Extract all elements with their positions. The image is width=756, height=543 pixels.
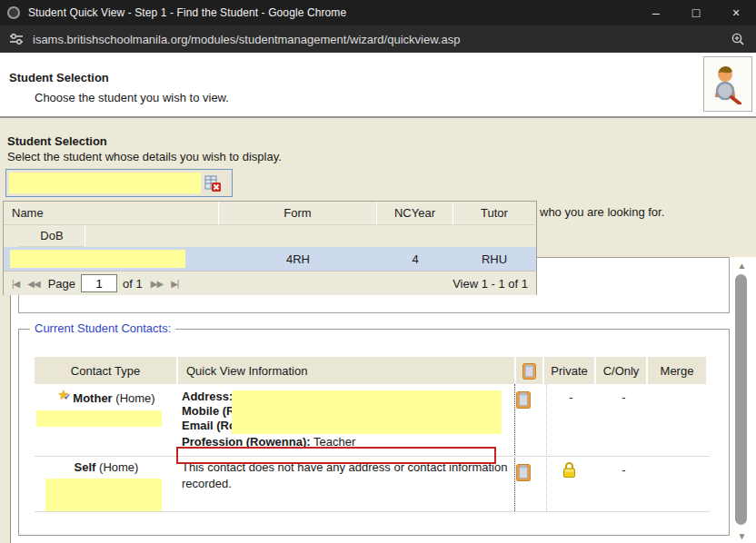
- pager-next-icon[interactable]: ▶▶: [151, 279, 163, 289]
- close-button[interactable]: ×: [716, 0, 756, 25]
- popup-header-row: Name Form NCYear Tutor: [4, 202, 536, 225]
- qv-address-label: Address:: [182, 390, 233, 404]
- copy-contact-icon[interactable]: [516, 390, 531, 411]
- col-ncyear[interactable]: NCYear: [377, 202, 453, 225]
- minimize-button[interactable]: –: [636, 0, 676, 25]
- selection-subtitle: Select the student whose details you wis…: [7, 150, 282, 163]
- contacts-legend: Current Student Contacts:: [30, 321, 175, 335]
- student-search-icon: [710, 61, 746, 107]
- pager-page-input[interactable]: [81, 274, 117, 292]
- scrollbar-down-icon[interactable]: ▼: [735, 531, 749, 542]
- window-title: Student Quick View - Step 1 - Find the S…: [28, 6, 636, 19]
- student-result-row[interactable]: 4RH 4 RHU: [4, 247, 536, 271]
- clipboard-icon: [522, 362, 536, 380]
- result-ncyear-cell: 4: [377, 252, 453, 266]
- selection-title: Student Selection: [7, 134, 107, 148]
- qv-email-label: Email (Ro: [182, 419, 236, 433]
- pager-view-count: View 1 - 1 of 1: [453, 277, 528, 291]
- result-name-cell: [4, 247, 219, 271]
- url-text[interactable]: isams.britishschoolmanila.org/modules/st…: [33, 33, 720, 46]
- wizard-icon-box: [703, 56, 752, 112]
- pager-of-label: of 1: [123, 277, 143, 291]
- browser-window: Student Quick View - Step 1 - Find the S…: [0, 0, 756, 543]
- student-search-field[interactable]: [5, 169, 233, 197]
- conly-value-mother: -: [598, 390, 650, 404]
- col-contact-type[interactable]: Contact Type: [35, 357, 178, 384]
- contact-name-redaction: [45, 479, 162, 511]
- row-divider: [35, 511, 710, 512]
- col-conly[interactable]: C/Only: [596, 357, 648, 384]
- copy-contact-icon[interactable]: [516, 463, 531, 484]
- window-titlebar: Student Quick View - Step 1 - Find the S…: [0, 0, 756, 25]
- no-contact-info-message: This contact does not have any address o…: [182, 459, 520, 492]
- wizard-header: Student Selection Choose the student you…: [0, 53, 756, 118]
- pager-prev-icon[interactable]: ◀◀: [27, 279, 39, 289]
- primary-contact-star-icon: ★ ✓: [57, 390, 73, 404]
- col-tutor[interactable]: Tutor: [453, 202, 535, 225]
- zoom-in-icon[interactable]: [731, 32, 745, 46]
- red-highlight-box: [176, 447, 496, 464]
- maximize-button[interactable]: □: [676, 0, 716, 25]
- background-hint-text: who you are looking for.: [540, 205, 664, 219]
- pager-page-label: Page: [48, 277, 75, 291]
- contact-type-mother: ★ ✓ Mother (Home): [35, 390, 178, 405]
- private-lock-icon: [562, 461, 577, 481]
- site-settings-icon[interactable]: [9, 32, 24, 46]
- student-results-popup: Name Form NCYear Tutor DoB 4RH 4 RHU |◀ …: [3, 201, 537, 295]
- contact-name-redaction: [36, 410, 162, 427]
- result-form-cell: 4RH: [219, 252, 377, 266]
- conly-value-self: -: [598, 463, 650, 477]
- quick-view-redaction: [232, 390, 502, 434]
- search-input-redaction[interactable]: [9, 173, 201, 193]
- pager-first-icon[interactable]: |◀: [12, 279, 19, 289]
- result-tutor-cell: RHU: [453, 252, 535, 266]
- private-value-mother: -: [545, 390, 597, 404]
- contacts-table-header: Contact Type Quick View Information Priv…: [35, 357, 710, 384]
- column-divider-dotted: [514, 384, 515, 511]
- pager-last-icon[interactable]: ▶|: [171, 279, 178, 289]
- col-dob[interactable]: DoB: [19, 225, 85, 247]
- col-quick-view-information[interactable]: Quick View Information: [178, 357, 516, 384]
- contact-type-self: Self (Home): [35, 460, 178, 474]
- address-bar: isams.britishschoolmanila.org/modules/st…: [0, 25, 756, 53]
- scrollbar-thumb[interactable]: [735, 274, 747, 525]
- wizard-subtitle: Choose the student you wish to view.: [35, 91, 229, 104]
- popup-pager: |◀ ◀◀ Page of 1 ▶▶ ▶| View 1 - 1 of 1: [4, 271, 536, 295]
- col-merge[interactable]: Merge: [648, 357, 706, 384]
- col-clipboard[interactable]: [516, 357, 544, 384]
- result-name-redaction: [10, 250, 185, 268]
- col-name[interactable]: Name: [4, 202, 219, 225]
- qv-mobile-label: Mobile (R: [182, 404, 235, 419]
- col-form[interactable]: Form: [219, 202, 377, 225]
- wizard-title: Student Selection: [9, 71, 109, 84]
- col-private[interactable]: Private: [544, 357, 596, 384]
- page-favicon: [7, 6, 20, 19]
- scrollbar-up-icon[interactable]: ▲: [735, 261, 749, 272]
- clear-selection-icon[interactable]: [201, 173, 224, 194]
